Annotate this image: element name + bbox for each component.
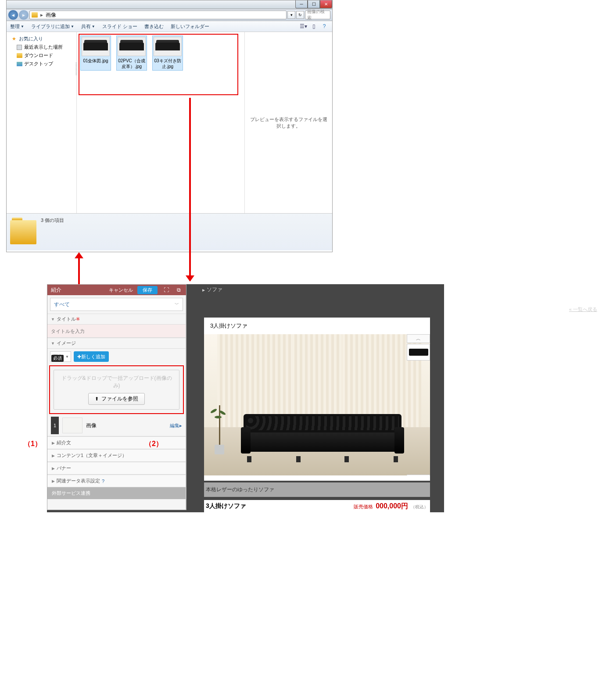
edit-panel: 紹介 キャンセル 保存 ⛶ ⧉ すべて ﹀ ▼ タイトル ※ ▼ イメージ 画像… — [47, 284, 186, 510]
triangle-down-icon: ▼ — [51, 317, 55, 321]
files-area[interactable]: 01全体図.jpg 02PVC（合成皮革）.jpg 03キズ付き防止.jpg — [77, 32, 244, 213]
share-menu[interactable]: 共有▼ — [81, 23, 95, 30]
required-mark: ※ — [76, 316, 80, 322]
sidebar-label: 最近表示した場所 — [24, 44, 63, 50]
product-row: 3人掛けソファ 販売価格 000,000円 （税込） — [204, 500, 430, 512]
expand-icon[interactable]: ⛶ — [162, 287, 171, 293]
contents1-section[interactable]: ▶コンテンツ1（文章＋イメージ） — [47, 449, 186, 462]
thumbnail-column: ︿ ﹀ — [407, 334, 430, 475]
explorer-window: ─ ☐ ✕ ◄ ► ▸ 画像 ▾ ↻ 画像の検索 整理▼ ライブラリに追加▼ 共… — [6, 0, 333, 252]
slideshow-button[interactable]: スライド ショー — [102, 23, 137, 30]
search-input[interactable]: 画像の検索 — [305, 11, 330, 19]
item-thumbnail — [62, 418, 82, 433]
sidebar-desktop[interactable]: デスクトップ — [8, 60, 75, 68]
triangle-right-icon: ▶ — [52, 479, 55, 483]
thumb-next-button[interactable]: ﹀ — [407, 475, 430, 475]
nav-back-button[interactable]: ◄ — [8, 10, 18, 20]
back-to-list-link[interactable]: « 一覧へ戻る — [569, 306, 597, 313]
preview-pane: プレビューを表示するファイルを選択します。 — [244, 32, 332, 213]
required-badge: 必須 — [51, 355, 64, 362]
file-thumbnail — [82, 37, 110, 56]
organize-menu[interactable]: 整理▼ — [10, 23, 24, 30]
dropzone[interactable]: ドラッグ&ドロップで一括アップロード(画像のみ) ⬆ ファイルを参照 — [54, 370, 179, 410]
toolbar: 整理▼ ライブラリに追加▼ 共有▼ スライド ショー 書き込む 新しいフォルダー… — [7, 21, 332, 32]
help-button[interactable]: ? — [320, 22, 329, 30]
price-label: 販売価格 — [354, 504, 373, 510]
save-button[interactable]: 保存 — [137, 286, 158, 294]
thumb-prev-button[interactable]: ︿ — [407, 334, 430, 343]
breadcrumb[interactable]: ▸ 画像 — [29, 11, 287, 19]
sidebar-label: デスクトップ — [24, 61, 53, 67]
nav-forward-button[interactable]: ► — [19, 10, 29, 20]
add-new-button[interactable]: ✚ 新しく追加 — [74, 351, 109, 362]
product-description: 本格レザーのゆったりソファ — [204, 482, 430, 497]
image-list-item[interactable]: 1 画像 編集▸ — [47, 415, 186, 436]
copy-icon[interactable]: ⧉ — [175, 287, 183, 293]
titlebar: ─ ☐ ✕ — [7, 0, 332, 9]
breadcrumb-right: ▸ ソファ — [202, 286, 222, 293]
add-to-library-menu[interactable]: ライブラリに追加▼ — [31, 23, 74, 30]
sidebar-recent[interactable]: 最近表示した場所 — [8, 43, 75, 51]
banner-section[interactable]: ▶バナー — [47, 462, 186, 475]
triangle-right-icon: ▶ — [52, 466, 55, 471]
breadcrumb-label: 画像 — [46, 11, 56, 19]
folder-icon — [32, 12, 38, 18]
thumbnail[interactable] — [407, 344, 430, 361]
annotation-2: （2） — [145, 439, 163, 449]
title-section-header[interactable]: ▼ タイトル ※ — [47, 314, 186, 325]
cancel-button[interactable]: キャンセル — [109, 287, 133, 293]
file-item[interactable]: 02PVC（合成皮革）.jpg — [116, 36, 147, 71]
image-section-header[interactable]: ▼ イメージ — [47, 338, 186, 349]
file-name: 01全体図.jpg — [82, 58, 110, 64]
desktop-icon — [16, 61, 22, 67]
triangle-right-icon: ▶ — [52, 454, 55, 458]
file-item[interactable]: 03キズ付き防止.jpg — [152, 36, 183, 71]
sidebar-label: お気に入り — [19, 36, 43, 42]
file-thumbnail — [118, 37, 146, 56]
file-item[interactable]: 01全体図.jpg — [80, 36, 111, 71]
panel-body: すべて ﹀ ▼ タイトル ※ ▼ イメージ 画像 ✚ 新しく追加 ドラッグ&ドロ… — [47, 295, 186, 510]
sidebar-downloads[interactable]: ダウンロード — [8, 51, 75, 60]
related-section[interactable]: ▶関連データ表示設定? — [47, 475, 186, 487]
maximize-button[interactable]: ☐ — [308, 0, 320, 8]
history-dropdown-button[interactable]: ▾ — [287, 11, 295, 19]
title-input[interactable] — [47, 325, 186, 338]
file-thumbnail — [154, 37, 182, 56]
annotation-box: ドラッグ&ドロップで一括アップロード(画像のみ) ⬆ ファイルを参照 — [49, 365, 184, 414]
arrow-up-icon — [75, 252, 83, 258]
product-title: 3人掛けソファ — [204, 318, 430, 334]
section-label: タイトル — [57, 316, 76, 322]
dropzone-text: ドラッグ&ドロップで一括アップロード(画像のみ) — [58, 375, 175, 389]
browse-files-button[interactable]: ⬆ ファイルを参照 — [88, 393, 145, 405]
filter-dropdown[interactable]: すべて ﹀ — [50, 298, 183, 311]
arrow-down-icon — [186, 275, 194, 282]
external-section[interactable]: 外部サービス連携 — [47, 487, 186, 499]
product-card: 3人掛けソファ ︿ ﹀ — [204, 318, 430, 481]
minimize-button[interactable]: ─ — [295, 0, 308, 8]
chevron-right-icon[interactable]: ▸ — [39, 12, 44, 18]
help-icon[interactable]: ? — [102, 479, 104, 484]
section-label: イメージ — [57, 340, 76, 346]
edit-link[interactable]: 編集▸ — [170, 422, 182, 429]
intro-section[interactable]: ▶紹介文 — [47, 436, 186, 449]
panel-header: 紹介 キャンセル 保存 ⛶ ⧉ — [47, 285, 186, 295]
panel-title: 紹介 — [51, 286, 61, 294]
item-label: 画像 — [86, 422, 97, 429]
view-options-button[interactable]: ☰▾ — [299, 22, 308, 30]
status-bar: 3 個の項目 — [7, 213, 332, 250]
annotation-arrow — [189, 98, 191, 281]
close-button[interactable]: ✕ — [320, 0, 332, 8]
plant-decoration — [213, 405, 226, 458]
upload-icon: ⬆ — [95, 396, 99, 402]
sidebar-favorites[interactable]: ★ お気に入り — [8, 35, 75, 43]
preview-message: プレビューを表示するファイルを選択します。 — [249, 116, 328, 129]
refresh-button[interactable]: ↻ — [296, 11, 304, 19]
folder-icon — [10, 220, 36, 244]
star-icon: ★ — [11, 36, 17, 42]
price-value: 000,000円 — [376, 502, 408, 511]
preview-pane-button[interactable]: ▯ — [309, 22, 318, 30]
burn-button[interactable]: 書き込む — [144, 23, 164, 30]
sidebar: ★ お気に入り 最近表示した場所 ダウンロード デスクトップ — [7, 32, 77, 213]
new-folder-button[interactable]: 新しいフォルダー — [171, 23, 209, 30]
address-bar: ◄ ► ▸ 画像 ▾ ↻ 画像の検索 — [7, 9, 332, 21]
